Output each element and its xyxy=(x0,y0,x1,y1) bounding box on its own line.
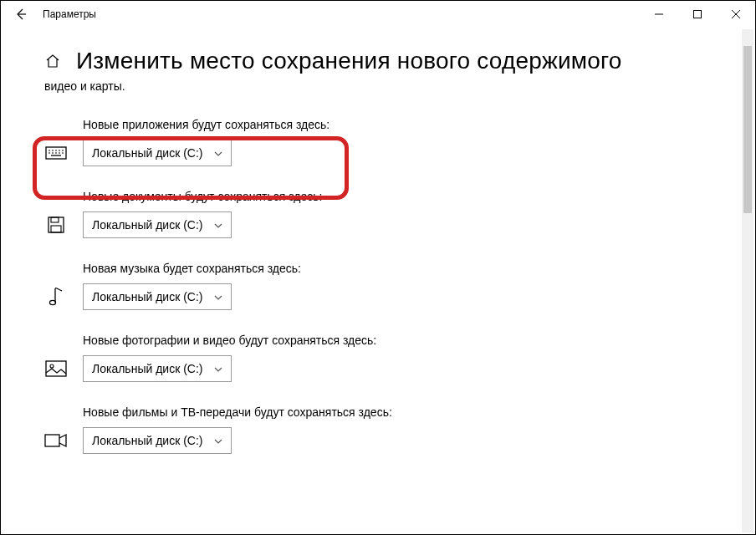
chevron-down-icon xyxy=(214,221,222,230)
chevron-down-icon xyxy=(214,364,222,374)
svg-rect-20 xyxy=(46,361,66,376)
chevron-down-icon xyxy=(214,436,222,446)
page-title: Изменить место сохранения нового содержи… xyxy=(76,48,622,74)
documents-location-dropdown[interactable]: Локальный диск (C:) xyxy=(83,211,232,238)
minimize-button[interactable] xyxy=(640,1,678,28)
content-area: Изменить место сохранения нового содержи… xyxy=(1,28,755,454)
setting-row-apps: Новые приложения будут сохраняться здесь… xyxy=(36,118,722,166)
music-location-dropdown[interactable]: Локальный диск (C:) xyxy=(83,283,232,310)
svg-rect-17 xyxy=(51,217,59,222)
close-button[interactable] xyxy=(717,1,755,28)
keyboard-icon xyxy=(44,141,68,165)
movies-location-dropdown[interactable]: Локальный диск (C:) xyxy=(83,427,232,454)
setting-label: Новые фильмы и ТВ-передачи будут сохраня… xyxy=(83,405,722,419)
svg-point-21 xyxy=(50,364,54,368)
chevron-down-icon xyxy=(214,293,222,302)
maximize-button[interactable] xyxy=(678,1,717,28)
apps-location-dropdown[interactable]: Локальный диск (C:) xyxy=(83,140,232,166)
window-title: Параметры xyxy=(43,8,96,20)
scrollbar-thumb[interactable] xyxy=(743,46,752,213)
save-icon xyxy=(44,213,68,237)
dropdown-value: Локальный диск (C:) xyxy=(92,146,203,160)
titlebar: Параметры xyxy=(1,1,755,28)
back-button[interactable] xyxy=(8,1,34,28)
dropdown-value: Локальный диск (C:) xyxy=(92,218,203,232)
setting-row-music: Новая музыка будет сохраняться здесь: Ло… xyxy=(36,262,722,310)
music-note-icon xyxy=(44,285,68,308)
scrollbar[interactable] xyxy=(742,29,753,532)
svg-rect-1 xyxy=(694,11,702,18)
picture-icon xyxy=(44,357,68,380)
page-subtitle: видео и карты. xyxy=(44,79,722,93)
svg-rect-18 xyxy=(51,226,61,232)
dropdown-value: Локальный диск (C:) xyxy=(92,362,203,375)
setting-label: Новые приложения будут сохраняться здесь… xyxy=(83,118,722,131)
setting-label: Новая музыка будет сохраняться здесь: xyxy=(83,262,722,275)
setting-row-documents: Новые документы будут сохраняться здесь:… xyxy=(36,190,722,238)
svg-rect-22 xyxy=(45,435,59,446)
setting-label: Новые фотографии и видео будут сохранять… xyxy=(83,334,722,347)
chevron-down-icon xyxy=(214,149,222,158)
setting-label: Новые документы будут сохраняться здесь: xyxy=(83,190,722,203)
setting-row-movies: Новые фильмы и ТВ-передачи будут сохраня… xyxy=(36,405,722,454)
home-icon[interactable] xyxy=(44,53,61,69)
dropdown-value: Локальный диск (C:) xyxy=(92,290,203,303)
photos-location-dropdown[interactable]: Локальный диск (C:) xyxy=(83,355,232,382)
setting-row-photos: Новые фотографии и видео будут сохранять… xyxy=(36,334,722,382)
dropdown-value: Локальный диск (C:) xyxy=(92,434,203,447)
video-camera-icon xyxy=(44,429,68,452)
